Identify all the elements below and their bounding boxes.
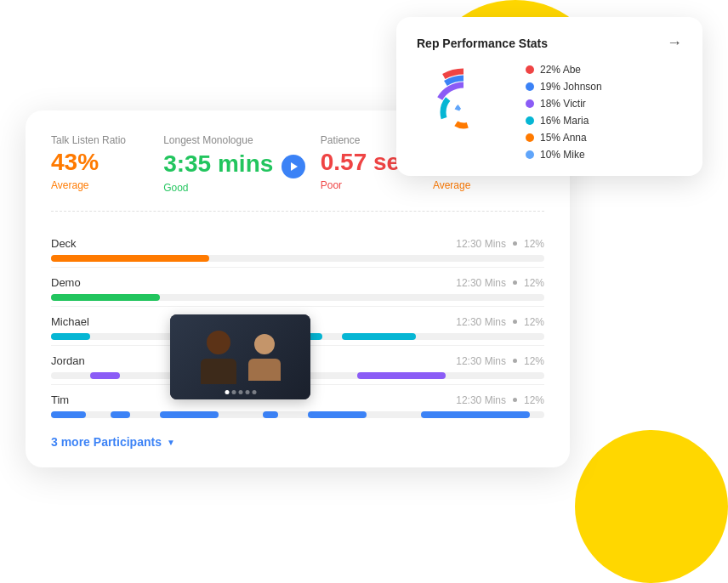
timeline-bar-tim-4 (263, 411, 277, 418)
participant-dot-deck (513, 241, 517, 246)
video-dot-3 (238, 390, 242, 394)
legend-label-johnson: 19% Johnson (540, 81, 602, 93)
perf-card-body: 22% Abe 19% Johnson 18% Victir 16% Maria… (417, 64, 682, 161)
person-silhouette-1 (201, 331, 236, 384)
perf-donut-chart (417, 65, 510, 159)
participant-time-jordan: 12:30 Mins (456, 355, 506, 367)
stat-monologue-sub: Good (163, 182, 320, 194)
participant-meta-jordan: 12:30 Mins 12% (456, 355, 544, 367)
stat-interaction-sub: Average (433, 179, 544, 191)
legend-item-victir: 18% Victir (526, 98, 602, 110)
legend-item-maria: 16% Maria (526, 115, 602, 127)
stat-monologue: Longest Monologue 3:35 mins Good (162, 134, 320, 194)
participant-meta-tim: 12:30 Mins 12% (456, 394, 544, 406)
person-silhouette-2 (248, 334, 281, 381)
participant-time-deck: 12:30 Mins (456, 238, 506, 250)
timeline-bar-tim-3 (160, 411, 219, 418)
participant-meta-michael: 12:30 Mins 12% (456, 316, 544, 328)
participant-pct-deck: 12% (524, 238, 544, 250)
timeline-bar-deck-1 (51, 255, 209, 262)
stat-talk-listen-label: Talk Listen Ratio (51, 134, 162, 146)
timeline-bar-michael-4 (342, 333, 416, 340)
stat-talk-listen: Talk Listen Ratio 43% Average (51, 134, 162, 191)
participant-dot-tim (513, 398, 517, 402)
perf-legend: 22% Abe 19% Johnson 18% Victir 16% Maria… (526, 64, 602, 161)
stat-monologue-label: Longest Monologue (163, 134, 320, 146)
person-head-1 (207, 331, 230, 354)
legend-dot-johnson (526, 82, 534, 91)
timeline-bar-jordan-3 (357, 372, 446, 379)
legend-label-mike: 10% Mike (540, 149, 585, 161)
legend-label-maria: 16% Maria (540, 115, 589, 127)
stat-monologue-value: 3:35 mins (163, 151, 273, 178)
legend-dot-mike (526, 150, 534, 159)
participant-top-deck: Deck 12:30 Mins 12% (51, 237, 544, 250)
perf-performance-card: Rep Performance Stats → (396, 17, 702, 176)
perf-card-title: Rep Performance Stats (417, 37, 548, 50)
legend-item-abe: 22% Abe (526, 64, 602, 76)
timeline-bar-tim-1 (51, 411, 86, 418)
legend-item-johnson: 19% Johnson (526, 81, 602, 93)
person-body-1 (201, 359, 236, 384)
video-dot-4 (245, 390, 249, 394)
play-button[interactable] (282, 155, 305, 178)
participant-row-demo: Demo 12:30 Mins 12% (51, 268, 544, 307)
video-thumbnail[interactable] (170, 314, 310, 399)
timeline-tim (51, 411, 544, 418)
timeline-bar-demo-1 (51, 294, 160, 301)
svg-point-1 (429, 78, 498, 146)
perf-card-arrow[interactable]: → (667, 34, 682, 52)
more-participants-chevron-icon: ▼ (167, 438, 175, 447)
participant-dot-demo (513, 280, 517, 285)
participant-time-tim: 12:30 Mins (456, 394, 506, 406)
timeline-bar-michael-1 (51, 333, 90, 340)
stat-talk-listen-sub: Average (51, 179, 162, 191)
participant-top-demo: Demo 12:30 Mins 12% (51, 276, 544, 289)
participant-name-deck: Deck (51, 237, 77, 250)
legend-label-anna: 15% Anna (540, 132, 587, 144)
participant-dot-jordan (513, 359, 517, 363)
participant-pct-demo: 12% (524, 277, 544, 289)
legend-dot-maria (526, 116, 534, 125)
video-dot-1 (225, 390, 229, 394)
timeline-deck (51, 255, 544, 262)
video-dot-2 (231, 390, 236, 394)
participant-name-demo: Demo (51, 276, 81, 289)
more-participants-label: 3 more Participants (51, 435, 162, 449)
svg-point-5 (457, 105, 470, 119)
participant-name-tim: Tim (51, 393, 69, 406)
participant-pct-michael: 12% (524, 316, 544, 328)
legend-item-mike: 10% Mike (526, 149, 602, 161)
participant-name-jordan: Jordan (51, 354, 85, 367)
legend-dot-anna (526, 133, 534, 142)
person-body-2 (248, 359, 281, 381)
participant-name-michael: Michael (51, 315, 89, 328)
timeline-bar-jordan-1 (90, 372, 120, 379)
participant-meta-deck: 12:30 Mins 12% (456, 238, 544, 250)
legend-label-victir: 18% Victir (540, 98, 586, 110)
video-content (170, 314, 310, 399)
timeline-bar-tim-5 (308, 411, 367, 418)
participant-time-michael: 12:30 Mins (456, 316, 506, 328)
timeline-bar-tim-2 (111, 411, 130, 418)
participant-meta-demo: 12:30 Mins 12% (456, 277, 544, 289)
participant-dot-michael (513, 320, 517, 324)
legend-dot-victir (526, 99, 534, 108)
video-dot-5 (252, 390, 256, 394)
more-participants-button[interactable]: 3 more Participants ▼ (51, 423, 544, 449)
scene: Rep Performance Stats → (0, 0, 728, 583)
person-head-2 (254, 334, 275, 354)
stat-talk-listen-value: 43% (51, 150, 162, 176)
video-dots (225, 390, 256, 394)
legend-label-abe: 22% Abe (540, 64, 581, 76)
participant-pct-jordan: 12% (524, 355, 544, 367)
timeline-bar-tim-6 (421, 411, 530, 418)
stat-patience-sub: Poor (321, 179, 432, 191)
perf-card-header: Rep Performance Stats → (417, 34, 682, 52)
legend-dot-abe (526, 65, 534, 74)
participant-pct-tim: 12% (524, 394, 544, 406)
legend-item-anna: 15% Anna (526, 132, 602, 144)
blob-yellow-bottom (575, 430, 728, 583)
participant-row-deck: Deck 12:30 Mins 12% (51, 229, 544, 268)
timeline-demo (51, 294, 544, 301)
